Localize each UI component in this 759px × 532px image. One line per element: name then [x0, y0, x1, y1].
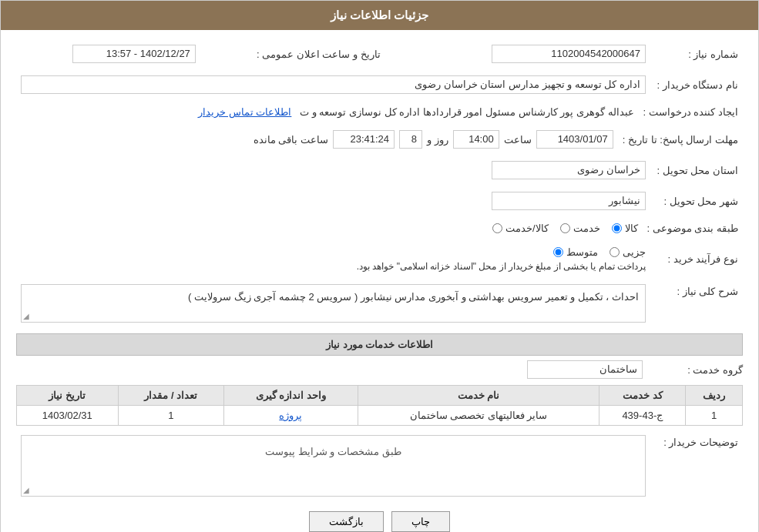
- buyer-org-label: نام دستگاه خریدار :: [650, 72, 743, 97]
- deadline-date-value: 1403/01/07: [536, 130, 613, 149]
- purchase-type-row: نوع فرآیند خرید : متوسط جزیی پرداخت تمام…: [16, 243, 743, 275]
- remaining-label: ساعت باقی مانده: [254, 134, 328, 146]
- cell-service-name: سایر فعالیتهای تخصصی ساختمان: [358, 406, 599, 426]
- col-service-code: کد خدمت: [599, 386, 686, 406]
- description-label: شرح کلی نیاز :: [650, 281, 743, 326]
- resize-icon: ◢: [23, 312, 29, 320]
- buyer-notes-label: توضیحات خریدار :: [650, 432, 743, 500]
- province-label: استان محل تحویل :: [650, 158, 743, 182]
- order-number-value: 1102004542000647: [492, 45, 646, 63]
- purchase-radio-medium-input[interactable]: [553, 247, 563, 257]
- content-area: شماره نیاز : 1102004542000647 تاریخ و سا…: [1, 30, 758, 532]
- category-radio-kala-input[interactable]: [612, 223, 622, 233]
- deadline-time-row: 1403/01/07 ساعت 14:00 روز و 8 23:41:24 س…: [21, 130, 613, 149]
- cell-quantity: 1: [118, 406, 224, 426]
- col-quantity: تعداد / مقدار: [118, 386, 224, 406]
- page-header: جزئیات اطلاعات نیاز: [1, 1, 758, 30]
- buyer-org-value: اداره کل توسعه و تجهیز مدارس استان خراسا…: [21, 75, 646, 94]
- button-row: چاپ بازگشت: [16, 511, 743, 532]
- deadline-row: مهلت ارسال پاسخ: تا تاریخ : 1403/01/07 س…: [16, 127, 743, 152]
- page-title: جزئیات اطلاعات نیاز: [331, 8, 428, 22]
- category-label: طبقه بندی موضوعی :: [643, 219, 743, 237]
- deadline-time-value: 14:00: [453, 130, 499, 149]
- city-label: شهر محل تحویل :: [650, 189, 743, 213]
- description-row: شرح کلی نیاز : احداث ، تکمیل و تعمیر سرو…: [16, 281, 743, 326]
- service-group-row: گروه خدمت : ساختمان: [16, 360, 743, 379]
- remaining-value: 23:41:24: [333, 130, 395, 149]
- city-value: نیشابور: [492, 192, 646, 210]
- purchase-radio-medium[interactable]: متوسط: [553, 246, 598, 258]
- col-date: تاریخ نیاز: [17, 386, 119, 406]
- category-radio-group: کالا/خدمت خدمت کالا: [21, 223, 638, 234]
- announce-time-label: تاریخ و ساعت اعلان عمومی :: [200, 42, 385, 66]
- notes-resize-icon: ◢: [23, 486, 29, 494]
- purchase-note: پرداخت تمام یا بخشی از مبلغ خریدار از مح…: [21, 261, 646, 272]
- deadline-label: مهلت ارسال پاسخ: تا تاریخ :: [618, 127, 743, 152]
- buyer-org-row: نام دستگاه خریدار : اداره کل توسعه و تجه…: [16, 72, 743, 97]
- days-value: 8: [399, 130, 422, 149]
- service-group-label: گروه خدمت :: [650, 364, 743, 376]
- cell-date: 1403/02/31: [17, 406, 119, 426]
- time-label: ساعت: [504, 134, 532, 146]
- cell-row-num: 1: [686, 406, 743, 426]
- purchase-type-label: نوع فرآیند خرید :: [650, 243, 743, 275]
- purchase-small-label: جزیی: [623, 246, 646, 258]
- category-row: طبقه بندی موضوعی : کالا/خدمت خدمت کالا: [16, 219, 743, 237]
- category-radio-khidmat[interactable]: خدمت: [560, 223, 600, 234]
- print-button[interactable]: چاپ: [391, 511, 450, 532]
- order-number-row: شماره نیاز : 1102004542000647 تاریخ و سا…: [16, 42, 743, 66]
- cell-unit[interactable]: پروژه: [224, 406, 358, 426]
- purchase-radio-small-input[interactable]: [610, 247, 620, 257]
- category-kala-label: کالا: [625, 223, 638, 234]
- purchase-medium-label: متوسط: [566, 246, 598, 258]
- category-radio-kala[interactable]: کالا: [612, 223, 638, 234]
- announce-time-value: 1402/12/27 - 13:57: [72, 45, 196, 63]
- category-radio-kala-khidmat[interactable]: کالا/خدمت: [492, 223, 549, 234]
- buyer-notes-row: توضیحات خریدار : طبق مشخصات و شرایط پیوس…: [16, 432, 743, 500]
- category-kala-khidmat-label: کالا/خدمت: [505, 223, 549, 234]
- services-section-header: اطلاعات خدمات مورد نیاز: [16, 333, 743, 356]
- creator-link[interactable]: اطلاعات تماس خریدار: [198, 106, 291, 118]
- creator-value: عبداله گوهری پور کارشناس مسئول امور قرار…: [300, 106, 633, 118]
- service-group-value: ساختمان: [527, 360, 643, 379]
- creator-label: ایجاد کننده درخواست :: [639, 103, 743, 121]
- back-button[interactable]: بازگشت: [309, 511, 384, 532]
- buyer-notes-box: طبق مشخصات و شرایط پیوست ◢: [21, 435, 646, 497]
- col-unit: واحد اندازه گیری: [224, 386, 358, 406]
- creator-row: ایجاد کننده درخواست : عبداله گوهری پور ک…: [16, 103, 743, 121]
- purchase-radio-small[interactable]: جزیی: [610, 246, 646, 258]
- category-radio-khidmat-input[interactable]: [560, 223, 570, 233]
- col-row-num: ردیف: [686, 386, 743, 406]
- main-container: جزئیات اطلاعات نیاز شماره نیاز : 1102004…: [0, 0, 759, 532]
- cell-service-code: ج-43-439: [599, 406, 686, 426]
- description-box: احداث ، تکمیل و تعمیر سرویس بهداشتی و آب…: [21, 284, 646, 323]
- city-row: شهر محل تحویل : نیشابور: [16, 189, 743, 213]
- order-number-label: شماره نیاز :: [650, 42, 743, 66]
- table-row: 1 ج-43-439 سایر فعالیتهای تخصصی ساختمان …: [17, 406, 743, 426]
- province-value: خراسان رضوی: [492, 161, 646, 179]
- buyer-notes-text: طبق مشخصات و شرایط پیوست: [25, 446, 641, 457]
- col-service-name: نام خدمت: [358, 386, 599, 406]
- description-value: احداث ، تکمیل و تعمیر سرویس بهداشتی و آب…: [188, 291, 639, 303]
- days-label: روز و: [427, 134, 448, 146]
- category-khidmat-label: خدمت: [573, 223, 600, 234]
- services-table: ردیف کد خدمت نام خدمت واحد اندازه گیری ت…: [16, 385, 743, 426]
- category-radio-kala-khidmat-input[interactable]: [492, 223, 502, 233]
- province-row: استان محل تحویل : خراسان رضوی: [16, 158, 743, 182]
- purchase-radio-group: متوسط جزیی: [21, 246, 646, 258]
